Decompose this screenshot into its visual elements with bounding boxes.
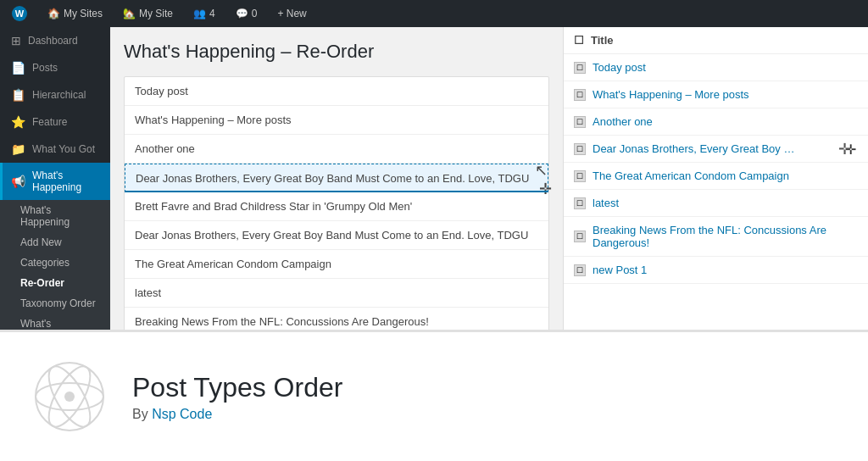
sidebar-item-feature[interactable]: ⭐ Feature <box>0 108 110 136</box>
comments-button[interactable]: 💬 0 <box>231 0 263 27</box>
my-sites-button[interactable]: 🏠 My Sites <box>42 0 108 27</box>
sub-taxonomy-order[interactable]: Taxonomy Order <box>0 293 110 314</box>
followers-icon: 👥 <box>193 8 206 19</box>
sidebar: ⊞ Dashboard 📄 Posts 📋 Hierarchical ⭐ Fea… <box>0 27 110 330</box>
sidebar-item-whats-happening[interactable]: 📢 What's Happening <box>0 163 110 200</box>
house-icon: 🏡 <box>123 8 136 19</box>
post-item[interactable]: latest <box>125 279 548 308</box>
post-item-dragging[interactable]: Dear Jonas Brothers, Every Great Boy Ban… <box>125 164 548 192</box>
new-button[interactable]: + New <box>272 0 311 27</box>
sidebar-item-what-you-got[interactable]: 📁 What You Got <box>0 136 110 163</box>
admin-bar: W 🏠 My Sites 🏡 My Site 👥 4 💬 0 + New <box>0 0 868 27</box>
main-panel: What's Happening – Re-Order Today post W… <box>110 27 563 330</box>
item-checkbox-icon[interactable]: ☐ <box>574 197 586 209</box>
item-checkbox-icon[interactable]: ☐ <box>574 170 586 182</box>
my-site-button[interactable]: 🏡 My Site <box>118 0 178 27</box>
sub-re-order[interactable]: Re-Order <box>0 273 110 293</box>
plugin-logo <box>27 354 112 439</box>
wp-logo-button[interactable]: W <box>7 0 32 27</box>
right-panel: ☐ Title ☐ Today post ☐ What's Happening … <box>563 27 868 330</box>
plugin-name: Post Types Order <box>132 371 342 403</box>
item-checkbox-icon[interactable]: ☐ <box>574 264 586 276</box>
right-panel-item[interactable]: ☐ latest <box>564 190 868 217</box>
sidebar-submenu: What's Happening Add New Categories Re-O… <box>0 200 110 330</box>
post-item[interactable]: Today post <box>125 77 548 106</box>
header-checkbox-icon[interactable]: ☐ <box>574 34 584 47</box>
right-panel-item[interactable]: ☐ Today post <box>564 54 868 81</box>
main-wrapper: ⊞ Dashboard 📄 Posts 📋 Hierarchical ⭐ Fea… <box>0 27 868 330</box>
whats-happening-icon: 📢 <box>11 175 25 188</box>
followers-button[interactable]: 👥 4 <box>188 0 220 27</box>
what-you-got-icon: 📁 <box>11 142 25 156</box>
post-item[interactable]: Breaking News From the NFL: Concussions … <box>125 308 548 330</box>
content-area: What's Happening – Re-Order Today post W… <box>110 27 868 330</box>
wp-icon: W <box>12 6 27 21</box>
sidebar-item-hierarchical[interactable]: 📋 Hierarchical <box>0 81 110 108</box>
plugin-author: By Nsp Code <box>132 407 342 422</box>
drag-move-icon: ✛ <box>845 141 856 157</box>
right-panel-item[interactable]: ☐ new Post 1 <box>564 257 868 284</box>
feature-icon: ⭐ <box>11 115 25 129</box>
post-item[interactable]: Brett Favre and Brad Childress Star in '… <box>125 192 548 221</box>
post-item[interactable]: Another one <box>125 135 548 164</box>
sidebar-item-dashboard[interactable]: ⊞ Dashboard <box>0 27 110 54</box>
author-link[interactable]: Nsp Code <box>152 407 212 421</box>
right-panel-item[interactable]: ☐ Breaking News From the NFL: Concussion… <box>564 217 868 257</box>
dashboard-icon: ⊞ <box>11 34 21 47</box>
right-panel-item[interactable]: ☐ Another one <box>564 108 868 136</box>
item-checkbox-icon[interactable]: ☐ <box>574 62 586 74</box>
item-checkbox-icon[interactable]: ☐ <box>574 89 586 101</box>
hierarchical-icon: 📋 <box>11 88 25 102</box>
sub-add-new[interactable]: Add New <box>0 232 110 253</box>
comments-icon: 💬 <box>236 8 248 19</box>
item-checkbox-icon[interactable]: ☐ <box>574 116 586 128</box>
plugin-info: Post Types Order By Nsp Code <box>132 371 342 422</box>
sub-whats-happening[interactable]: What's Happening <box>0 200 110 232</box>
sub-categories[interactable]: Categories <box>0 253 110 273</box>
svg-point-4 <box>64 392 75 402</box>
right-panel-header: ☐ Title <box>564 27 868 54</box>
post-item[interactable]: What's Happening – More posts <box>125 106 548 135</box>
page-title: What's Happening – Re-Order <box>124 41 549 63</box>
home-icon: 🏠 <box>47 8 60 19</box>
sidebar-item-posts[interactable]: 📄 Posts <box>0 54 110 81</box>
right-panel-item-dragging[interactable]: ☐ Dear Jonas Brothers, Every Great Boy B… <box>564 136 868 163</box>
posts-icon: 📄 <box>11 61 25 75</box>
post-list: Today post What's Happening – More posts… <box>124 76 549 330</box>
sub-whats-happening-2[interactable]: What's Happening <box>0 314 110 330</box>
item-checkbox-icon[interactable]: ☐ <box>574 143 586 155</box>
post-item[interactable]: Dear Jonas Brothers, Every Great Boy Ban… <box>125 221 548 250</box>
right-panel-item[interactable]: ☐ The Great American Condom Campaign <box>564 163 868 190</box>
right-panel-item[interactable]: ☐ What's Happening – More posts <box>564 81 868 108</box>
item-checkbox-icon[interactable]: ☐ <box>574 230 586 242</box>
post-item[interactable]: The Great American Condom Campaign <box>125 250 548 279</box>
bottom-section: Post Types Order By Nsp Code <box>0 330 868 461</box>
